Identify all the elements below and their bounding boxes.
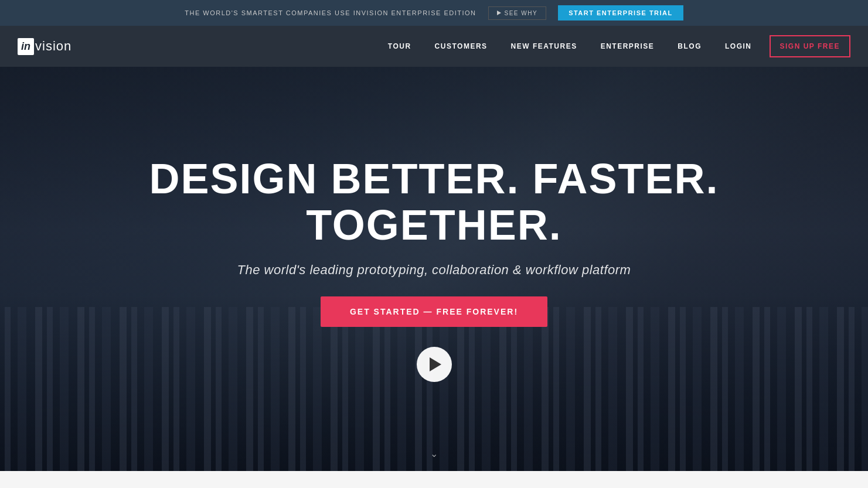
signup-button[interactable]: SIGN UP FREE	[770, 35, 850, 57]
navbar: in vision TOUR CUSTOMERS NEW FEATURES EN…	[0, 26, 868, 67]
nav-links: TOUR CUSTOMERS NEW FEATURES ENTERPRISE B…	[388, 42, 752, 50]
hero-section: DESIGN BETTER. FASTER. TOGETHER. The wor…	[0, 67, 868, 471]
nav-tour[interactable]: TOUR	[388, 42, 411, 50]
scroll-indicator: ⌄	[430, 448, 438, 459]
hero-content: DESIGN BETTER. FASTER. TOGETHER. The wor…	[112, 156, 757, 382]
play-video-button[interactable]	[417, 347, 452, 382]
customers-section: UBER S shopify ☁ salesforce 🐦 🐘 EVERNOTE…	[0, 471, 868, 488]
nav-login[interactable]: LOGIN	[725, 42, 752, 50]
nav-enterprise[interactable]: ENTERPRISE	[601, 42, 655, 50]
logo[interactable]: in vision	[18, 38, 72, 55]
banner-text: THE WORLD'S SMARTEST COMPANIES USE INVIS…	[185, 9, 476, 16]
hero-title: DESIGN BETTER. FASTER. TOGETHER.	[112, 156, 757, 248]
cta-button[interactable]: GET STARTED — FREE FOREVER!	[321, 296, 547, 327]
nav-customers[interactable]: CUSTOMERS	[435, 42, 488, 50]
logo-vision-text: vision	[35, 39, 72, 54]
top-banner: THE WORLD'S SMARTEST COMPANIES USE INVIS…	[0, 0, 868, 26]
see-why-button[interactable]: SEE WHY	[488, 6, 547, 20]
start-trial-button[interactable]: START ENTERPRISE TRIAL	[558, 5, 683, 21]
see-why-label: SEE WHY	[505, 10, 538, 16]
play-video-icon	[430, 357, 441, 371]
logo-in-text: in	[21, 40, 30, 52]
hero-subtitle: The world's leading prototyping, collabo…	[237, 262, 631, 278]
logo-box: in	[18, 38, 34, 55]
play-icon	[497, 11, 501, 15]
nav-new-features[interactable]: NEW FEATURES	[511, 42, 577, 50]
nav-blog[interactable]: BLOG	[678, 42, 702, 50]
